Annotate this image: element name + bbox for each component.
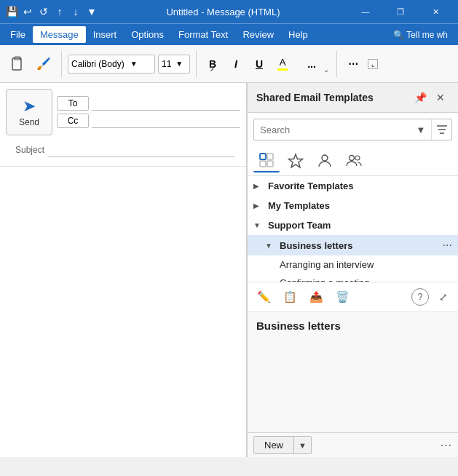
address-fields: To Cc: [57, 96, 240, 128]
search-bar: ▼: [253, 119, 452, 140]
svg-rect-8: [267, 161, 273, 167]
preview-title: Business letters: [256, 320, 449, 332]
panel-close-icon[interactable]: ✕: [432, 89, 449, 106]
font-family-select[interactable]: Calibri (Body) ▼: [68, 55, 155, 74]
title-bar-left-icons: 💾 ↩ ↺ ↑ ↓ ▼: [6, 6, 98, 17]
compose-header: ➤ Send To Cc Subject: [0, 83, 246, 167]
ribbon: 🖌️ Calibri (Body) ▼ 11 ▼ B I U A ... ⌄ ⋯…: [0, 45, 458, 83]
send-button[interactable]: ➤ Send: [6, 89, 52, 135]
minimize-button[interactable]: —: [349, 0, 382, 23]
group-my-templates[interactable]: ▶ My Templates: [248, 196, 458, 215]
subject-input[interactable]: [48, 143, 234, 157]
svg-point-12: [355, 156, 360, 160]
edit-template-btn[interactable]: ✏️: [253, 287, 274, 307]
svg-rect-6: [267, 154, 273, 159]
underline-button[interactable]: U: [249, 54, 269, 74]
search-input[interactable]: [254, 122, 411, 138]
chevron-right-icon: ▶: [253, 182, 265, 190]
help-button[interactable]: ?: [411, 288, 429, 306]
menu-options[interactable]: Options: [124, 26, 171, 43]
send-arrow-icon: ➤: [23, 97, 36, 116]
clipboard-btn[interactable]: [6, 52, 29, 76]
svg-marker-9: [289, 154, 303, 167]
list-item[interactable]: Confirming a meeting: [248, 274, 458, 282]
template-tabs: [248, 146, 458, 176]
save-icon[interactable]: 💾: [6, 6, 17, 17]
menu-review[interactable]: Review: [235, 26, 281, 43]
main-area: ➤ Send To Cc Subject: [0, 83, 458, 457]
close-button[interactable]: ✕: [419, 0, 452, 23]
expand-panel-btn[interactable]: ⤢: [435, 288, 452, 306]
extra-options-btn[interactable]: ⋯: [343, 54, 363, 74]
menu-format-text[interactable]: Format Text: [171, 26, 235, 43]
delete-template-btn[interactable]: 🗑️: [332, 287, 352, 307]
highlight-button[interactable]: A: [272, 54, 293, 74]
new-label: New: [254, 437, 294, 453]
new-dropdown-arrow[interactable]: ▼: [294, 438, 311, 453]
title-bar: 💾 ↩ ↺ ↑ ↓ ▼ Untitled - Message (HTML) — …: [0, 0, 458, 23]
up-icon[interactable]: ↑: [54, 6, 66, 17]
subject-label: Subject: [12, 145, 48, 155]
svg-point-11: [350, 156, 355, 161]
tab-favorites[interactable]: [283, 149, 309, 172]
font-size-select[interactable]: 11 ▼: [158, 55, 190, 74]
action-toolbar: ✏️ 📋 📤 🗑️ ? ⤢: [248, 282, 458, 312]
format-painter-btn[interactable]: 🖌️: [32, 52, 55, 76]
to-button[interactable]: To: [57, 96, 89, 111]
tab-all-templates[interactable]: [253, 149, 280, 172]
to-input[interactable]: [92, 96, 240, 111]
panel-title: Shared Email Templates: [256, 92, 374, 103]
menu-help[interactable]: Help: [281, 26, 315, 43]
down-icon[interactable]: ↓: [70, 6, 82, 17]
svg-rect-5: [260, 154, 266, 159]
cc-button[interactable]: Cc: [57, 114, 89, 128]
font-name: Calibri (Body): [71, 59, 125, 69]
template-list: ▶ Favorite Templates ▶ My Templates ▼ Su…: [248, 176, 458, 282]
ribbon-sep-2: [196, 51, 197, 77]
customize-icon[interactable]: ▼: [86, 6, 98, 17]
to-row: To: [57, 96, 240, 111]
search-ribbon[interactable]: 🔍 Tell me wh: [386, 26, 455, 43]
subgroup-chevron-icon: ▼: [265, 242, 277, 250]
restore-button[interactable]: ❐: [384, 0, 417, 23]
chevron-right-icon-2: ▶: [253, 202, 265, 210]
subgroup-more-icon[interactable]: ···: [443, 239, 452, 252]
italic-button[interactable]: I: [226, 54, 246, 74]
ribbon-expand-btn[interactable]: ⌞: [368, 59, 378, 69]
search-icon[interactable]: ▼: [411, 119, 431, 140]
bottom-more-icon[interactable]: ···: [441, 439, 452, 452]
menu-insert[interactable]: Insert: [86, 26, 125, 43]
group-name-support: Support Team: [268, 220, 331, 231]
group-name-favorite: Favorite Templates: [268, 181, 354, 191]
tab-my-templates[interactable]: [312, 149, 338, 172]
svg-rect-7: [260, 161, 266, 167]
compose-area: ➤ Send To Cc Subject: [0, 83, 247, 457]
panel-header-icons: 📌 ✕: [411, 89, 449, 106]
group-support-team[interactable]: ▼ Support Team: [248, 215, 458, 235]
expand-icon[interactable]: ⌄: [323, 66, 329, 74]
copy-template-btn[interactable]: 📋: [280, 287, 300, 307]
undo-icon[interactable]: ↩: [22, 6, 33, 17]
export-template-btn[interactable]: 📤: [306, 287, 326, 307]
menu-message[interactable]: Message: [33, 26, 86, 43]
redo-icon[interactable]: ↺: [38, 6, 50, 17]
window-controls: — ❐ ✕: [349, 0, 452, 23]
tab-team[interactable]: [341, 149, 367, 172]
preview-area: Business letters: [248, 312, 458, 432]
compose-body[interactable]: [0, 167, 246, 457]
new-template-button[interactable]: New ▼: [253, 436, 312, 454]
panel-header: Shared Email Templates 📌 ✕: [248, 83, 458, 113]
subgroup-name: Business letters: [280, 240, 440, 251]
more-formatting-btn[interactable]: ...: [301, 54, 322, 74]
bottom-bar: New ▼ ···: [248, 432, 458, 457]
group-favorite-templates[interactable]: ▶ Favorite Templates: [248, 176, 458, 196]
filter-icon[interactable]: [431, 119, 451, 140]
menu-bar: File Message Insert Options Format Text …: [0, 23, 458, 45]
ribbon-scroll-right[interactable]: ›: [210, 60, 214, 76]
group-name-my: My Templates: [268, 200, 330, 211]
subgroup-business-letters[interactable]: ▼ Business letters ···: [248, 235, 458, 255]
list-item[interactable]: Arranging an interview: [248, 255, 458, 274]
pin-icon[interactable]: 📌: [411, 89, 429, 106]
cc-input[interactable]: [92, 114, 240, 128]
menu-file[interactable]: File: [3, 26, 33, 43]
